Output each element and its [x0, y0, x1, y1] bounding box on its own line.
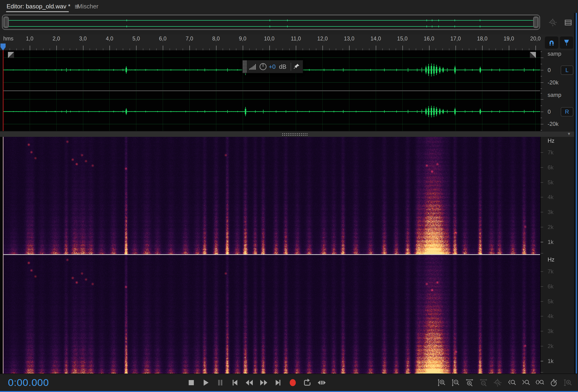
hud-drag-handle-icon[interactable]	[242, 60, 247, 73]
overview-range-bar[interactable]	[2, 14, 540, 30]
timer-button[interactable]	[548, 377, 559, 388]
freq-unit-label: Hz	[548, 256, 554, 263]
ruler-tick	[396, 49, 396, 50]
ruler-tick	[529, 49, 529, 50]
timer-icon	[549, 378, 558, 387]
ruler-tick	[362, 49, 363, 50]
zoom-out-point-button[interactable]	[520, 377, 531, 388]
play-icon	[201, 378, 211, 388]
ruler-tick	[376, 46, 376, 50]
freq-scale-tick	[541, 152, 543, 153]
zoom-in-point-button[interactable]	[506, 377, 517, 388]
spectrogram-display-right[interactable]	[3, 255, 540, 374]
ruler-tick	[449, 49, 449, 50]
tab-editor[interactable]: Editor: basop_old.wav * ≡	[6, 0, 79, 13]
samp-unit-label: samp	[548, 50, 561, 57]
panel-splitter[interactable]: ▼	[0, 131, 575, 137]
ruler-tick	[316, 49, 316, 50]
channel-left-button[interactable]: L	[561, 65, 573, 75]
ruler-tick	[309, 49, 310, 50]
spectrogram-display-left[interactable]	[3, 137, 540, 254]
focus-border-bottom	[0, 391, 578, 392]
timecode-display[interactable]: 0:00.000	[8, 377, 49, 388]
hud-gain-value[interactable]: +0	[269, 63, 276, 70]
ruler-number: 9,0	[239, 36, 246, 42]
overview-left-handle[interactable]	[3, 16, 9, 28]
overview-right-handle[interactable]	[533, 16, 539, 28]
freq-scale-tick	[541, 227, 543, 227]
tab-mischer[interactable]: Mischer	[77, 0, 98, 13]
amp-neg-label: -20k	[548, 79, 559, 86]
zoom-out-vertical-button[interactable]	[450, 377, 461, 388]
knob-icon[interactable]	[259, 62, 267, 71]
ruler-tick	[349, 46, 349, 50]
ruler-number: 2,0	[53, 36, 60, 42]
ruler-number: 3,0	[79, 36, 87, 42]
marker-button[interactable]	[560, 37, 573, 49]
timeline-ruler[interactable]: hms 1,02,03,04,05,06,07,08,09,010,011,01…	[0, 35, 578, 50]
ruler-number: 6,0	[159, 36, 166, 42]
record-button[interactable]	[287, 377, 299, 389]
skip-back-button[interactable]	[229, 377, 241, 389]
hud-separator	[291, 63, 291, 71]
freq-tick-label: 5k	[548, 179, 553, 186]
zoom-out-vertical-icon	[451, 378, 460, 387]
ruler-tick	[196, 49, 196, 50]
vertical-scrollbar[interactable]	[576, 13, 577, 391]
ruler-tick	[495, 49, 496, 50]
ruler-tick	[49, 49, 50, 50]
amp-zero-label: 0	[548, 108, 551, 115]
ruler-tick	[535, 46, 536, 50]
freq-scale-tick	[541, 167, 543, 168]
ruler-tick	[229, 49, 230, 50]
marker-icon	[563, 39, 571, 47]
fade-in-handle[interactable]	[8, 52, 14, 58]
layout-list-icon[interactable]	[564, 18, 572, 27]
freq-scale-tick	[541, 372, 543, 373]
ruler-tick	[90, 49, 90, 50]
zoom-in-horizontal-button[interactable]	[464, 377, 475, 388]
zoom-reset-icon	[549, 18, 557, 27]
ruler-tick	[216, 46, 217, 50]
ruler-number: 10,0	[264, 36, 275, 42]
amp-scale-tick	[541, 130, 542, 131]
splitter-collapse-icon[interactable]: ▼	[567, 132, 571, 136]
playhead-marker[interactable]	[0, 44, 6, 50]
volume-hud[interactable]: +0 dB	[242, 60, 303, 73]
zoom-vertical-full-icon	[564, 378, 572, 387]
samp-unit-label: samp	[548, 92, 561, 98]
loop-playback-icon	[302, 378, 312, 388]
zoom-in-point-icon	[507, 378, 516, 387]
pause-button[interactable]	[214, 377, 226, 389]
ruler-tick	[442, 49, 443, 50]
ruler-tick	[256, 49, 256, 50]
ruler-tick	[462, 49, 463, 50]
freq-scale-tick	[541, 316, 543, 316]
play-button[interactable]	[200, 377, 212, 389]
rewind-button[interactable]	[243, 377, 255, 389]
loop-playback-button[interactable]	[301, 377, 313, 389]
freq-tick-label: 3k	[548, 328, 553, 335]
zoom-in-vertical-button[interactable]	[436, 377, 447, 388]
ruler-number: 16,0	[424, 36, 434, 42]
skip-selection-button[interactable]	[316, 377, 328, 389]
fast-forward-button[interactable]	[258, 377, 270, 389]
skip-forward-button[interactable]	[272, 377, 284, 389]
channel-right-button[interactable]: R	[561, 107, 573, 116]
ruler-number: 11,0	[291, 36, 301, 42]
splitter-grip-icon[interactable]	[282, 133, 308, 136]
ruler-tick	[16, 49, 17, 50]
fade-out-handle[interactable]	[530, 52, 536, 58]
ruler-tick	[23, 49, 23, 50]
ruler-tick	[329, 49, 330, 50]
magnet-button[interactable]	[545, 37, 558, 49]
ruler-tick	[43, 49, 44, 50]
stop-button[interactable]	[186, 377, 197, 389]
zoom-reset-button[interactable]	[492, 377, 503, 388]
ruler-unit-label: hms	[3, 36, 13, 42]
zoom-out-horizontal-button[interactable]	[478, 377, 489, 388]
pin-icon[interactable]	[293, 63, 300, 70]
ruler-tick	[476, 49, 476, 50]
zoom-selection-button[interactable]	[534, 377, 545, 388]
zoom-vertical-full-button[interactable]	[562, 377, 573, 388]
